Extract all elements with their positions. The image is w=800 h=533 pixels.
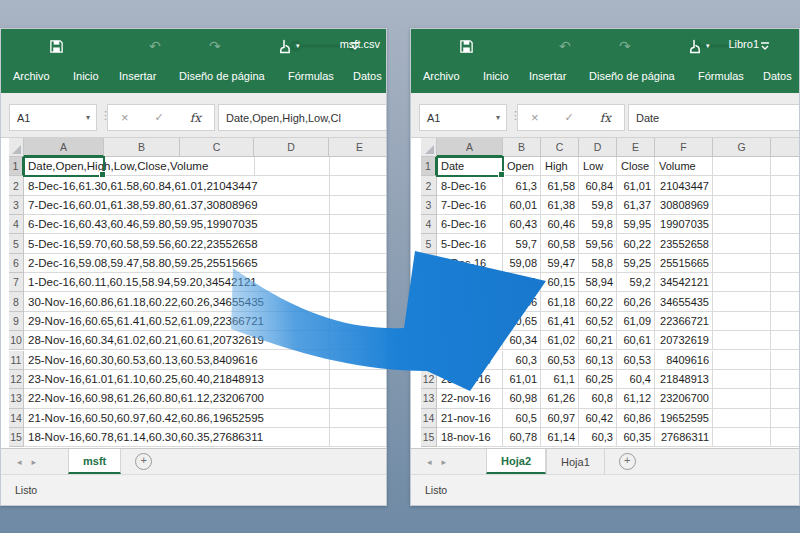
cell[interactable]: 60,22: [617, 234, 655, 253]
cell[interactable]: [771, 312, 800, 331]
row-number[interactable]: 10: [9, 331, 24, 350]
formula-input[interactable]: Date: [628, 104, 799, 131]
cell[interactable]: [713, 292, 771, 311]
table-row[interactable]: 18-Nov-16,60.78,61.14,60.30,60.35,276863…: [24, 428, 387, 447]
cell[interactable]: 60,58: [541, 234, 579, 253]
ribbon-tab-archivo[interactable]: Archivo: [13, 70, 50, 82]
cell[interactable]: [713, 176, 771, 195]
cell[interactable]: 59,08: [503, 254, 541, 273]
table-row[interactable]: 2-Dec-16,59.08,59.47,58.80,59.25,2551566…: [24, 254, 387, 273]
cell[interactable]: 60,78: [503, 428, 541, 447]
cell[interactable]: 60,34: [503, 331, 541, 350]
cell[interactable]: 5-Dec-16: [437, 234, 503, 253]
touch-mode-button[interactable]: ▾: [689, 37, 710, 55]
save-button[interactable]: [459, 37, 474, 55]
cell[interactable]: 34655435: [655, 292, 713, 311]
next-sheet-icon[interactable]: ▸: [442, 457, 447, 467]
cell[interactable]: 23552658: [655, 234, 713, 253]
row-number[interactable]: 13: [9, 389, 24, 408]
table-row[interactable]: 29-Nov-16,60.65,61.41,60.52,61.09,223667…: [24, 312, 387, 331]
row-number[interactable]: 12: [421, 370, 437, 389]
redo-button[interactable]: ↷: [209, 37, 221, 55]
cell[interactable]: 60,84: [579, 176, 617, 195]
formula-input[interactable]: Date,Open,High,Low,Cl: [218, 104, 386, 131]
ribbon-tab-fórmulas[interactable]: Fórmulas: [698, 70, 744, 82]
cell[interactable]: Volume: [655, 157, 713, 176]
cell[interactable]: [713, 273, 771, 292]
cell[interactable]: 60,4: [617, 370, 655, 389]
column-header-D[interactable]: D: [579, 138, 617, 157]
cell[interactable]: [713, 331, 771, 350]
column-header-F[interactable]: F: [655, 138, 713, 157]
row-number[interactable]: 1: [9, 157, 24, 176]
cell[interactable]: 61,18: [541, 292, 579, 311]
select-all-corner[interactable]: [421, 138, 437, 157]
cell[interactable]: 19907035: [655, 215, 713, 234]
customize-quick-access-icon[interactable]: [759, 37, 771, 55]
cell[interactable]: [713, 389, 771, 408]
cell[interactable]: 61,12: [617, 389, 655, 408]
cell[interactable]: 60,46: [541, 215, 579, 234]
cell[interactable]: [771, 370, 800, 389]
cell[interactable]: [713, 157, 771, 176]
cell[interactable]: 60,22: [579, 292, 617, 311]
row-number[interactable]: 5: [421, 234, 437, 253]
cell[interactable]: [771, 273, 800, 292]
cell[interactable]: [771, 428, 800, 447]
cell[interactable]: 61,41: [541, 312, 579, 331]
cell[interactable]: [771, 254, 800, 273]
cell[interactable]: 60,15: [541, 273, 579, 292]
cell[interactable]: 23206700: [655, 389, 713, 408]
row-number[interactable]: 8: [421, 292, 437, 311]
table-row[interactable]: 8-Dec-16,61.30,61.58,60.84,61.01,2104344…: [24, 176, 387, 195]
row-number[interactable]: 14: [9, 409, 24, 428]
ribbon-tab-inicio[interactable]: Inicio: [73, 70, 99, 82]
save-button[interactable]: [49, 37, 64, 55]
row-number[interactable]: 3: [9, 196, 24, 215]
row-number[interactable]: 8: [9, 292, 24, 311]
add-sheet-button[interactable]: +: [135, 449, 152, 474]
cell[interactable]: 60,61: [617, 331, 655, 350]
cell[interactable]: 60,42: [579, 409, 617, 428]
cell[interactable]: 61,1: [541, 370, 579, 389]
cell[interactable]: [771, 409, 800, 428]
cell[interactable]: 25-nov-16: [437, 351, 503, 370]
cell[interactable]: 60,35: [617, 428, 655, 447]
cell[interactable]: [771, 196, 800, 215]
cell[interactable]: 58,8: [579, 254, 617, 273]
row-number[interactable]: 11: [9, 351, 24, 370]
cell[interactable]: [713, 254, 771, 273]
cell[interactable]: 34542121: [655, 273, 713, 292]
cell[interactable]: 27686311: [655, 428, 713, 447]
cell[interactable]: 23-nov-16: [437, 370, 503, 389]
cell[interactable]: 60,53: [541, 351, 579, 370]
column-header-A[interactable]: A: [24, 138, 104, 157]
cell[interactable]: 8-Dec-16: [437, 176, 503, 195]
cell[interactable]: 30-nov-16: [437, 292, 503, 311]
cell[interactable]: [771, 176, 800, 195]
cell[interactable]: 61,38: [541, 196, 579, 215]
cell[interactable]: Open: [503, 157, 541, 176]
cell[interactable]: 61,01: [617, 176, 655, 195]
cell[interactable]: 60,21: [579, 331, 617, 350]
cell[interactable]: 29-nov-16: [437, 312, 503, 331]
row-number[interactable]: 4: [9, 215, 24, 234]
table-row[interactable]: 1-Dec-16,60.11,60.15,58.94,59.20,3454212…: [24, 273, 387, 292]
table-row[interactable]: 7-Dec-16,60.01,61.38,59.80,61.37,3080896…: [24, 196, 387, 215]
cell[interactable]: [713, 428, 771, 447]
column-header-E[interactable]: E: [329, 138, 387, 157]
cell[interactable]: 61,37: [617, 196, 655, 215]
cell[interactable]: [713, 312, 771, 331]
cell[interactable]: 20732619: [655, 331, 713, 350]
cell[interactable]: 60,65: [503, 312, 541, 331]
cell[interactable]: 60,01: [503, 196, 541, 215]
ribbon-tab-insertar[interactable]: Insertar: [529, 70, 566, 82]
cell[interactable]: 2-Dec-16: [437, 254, 503, 273]
table-row[interactable]: 5-Dec-16,59.70,60.58,59.56,60.22,2355265…: [24, 234, 387, 253]
cell[interactable]: 61,09: [617, 312, 655, 331]
prev-sheet-icon[interactable]: ◂: [17, 457, 22, 467]
cell[interactable]: 60,98: [503, 389, 541, 408]
sheet-tab-hoja1[interactable]: Hoja1: [546, 449, 605, 474]
cell[interactable]: 59,25: [617, 254, 655, 273]
cell[interactable]: 59,8: [579, 196, 617, 215]
